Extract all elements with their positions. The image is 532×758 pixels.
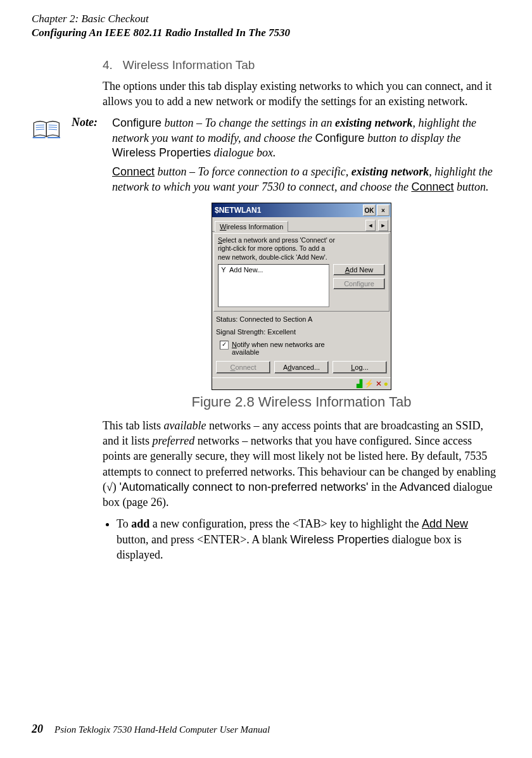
warning-icon[interactable]: ✕	[376, 379, 382, 388]
connect-button[interactable]: Connect	[216, 361, 270, 374]
instr-line: new network, double-click 'Add New'.	[218, 253, 327, 261]
window-title: $NETWLAN1	[215, 206, 261, 215]
titlebar[interactable]: $NETWLAN1 OK ×	[212, 203, 391, 217]
list-item-add-new[interactable]: Y Add New...	[220, 266, 327, 274]
header-section: Configuring An IEEE 802.11 Radio Install…	[32, 27, 500, 39]
signal-text: Signal Strength: Excellent	[216, 328, 387, 336]
network-icon[interactable]: ▟	[357, 379, 362, 388]
text: This tab lists	[103, 419, 164, 432]
status-text: Status: Connected to Section A	[216, 315, 387, 323]
paragraph-2: This tab lists available networks – any …	[103, 418, 500, 510]
text: in the	[368, 481, 400, 493]
tab-wireless-information[interactable]: Wireless Information	[215, 221, 288, 232]
note-label: Note:	[72, 116, 112, 129]
advanced-button[interactable]: Advanced...	[274, 361, 329, 374]
configure-button[interactable]: Configure	[333, 278, 385, 289]
note-text: dialogue box.	[211, 146, 276, 159]
taskbar: ▟ ⚡ ✕ ●	[212, 377, 391, 389]
dialog-window: $NETWLAN1 OK × Wireless Information ◄ ► …	[212, 203, 391, 389]
tab-scroll-right[interactable]: ►	[378, 220, 388, 231]
footer-text: Psion Teklogix 7530 Hand-Held Computer U…	[54, 724, 270, 735]
notify-checkbox[interactable]: ✓	[220, 341, 229, 350]
page-number: 20	[32, 723, 43, 736]
bulb-icon[interactable]: ●	[384, 379, 388, 388]
list-item-label: Add New...	[229, 266, 263, 274]
text: a new configuration, press the <TAB> key…	[149, 517, 422, 530]
note-bold: existing network	[352, 165, 429, 178]
note-body: Configure button – To change the setting…	[112, 116, 500, 196]
add-new-button[interactable]: Add New	[333, 264, 385, 275]
note-text: button.	[453, 180, 488, 193]
note-text: button – To change the settings in an	[162, 117, 335, 129]
term-add-new: Add New	[422, 517, 468, 530]
text: To	[117, 517, 131, 530]
term-connect: Connect	[112, 165, 155, 178]
plug-icon[interactable]: ⚡	[364, 379, 374, 388]
note-text: button – To force connection to a specif…	[155, 165, 352, 178]
figure-caption: Figure 2.8 Wireless Information Tab	[103, 394, 500, 410]
intro-paragraph: The options under this tab display exist…	[103, 79, 500, 110]
note-block: Note: Configure button – To change the s…	[32, 116, 500, 196]
antenna-icon: Y	[220, 266, 227, 274]
bold: add	[131, 517, 149, 530]
book-icon	[32, 118, 66, 142]
step-title: Wireless Information Tab	[123, 58, 255, 72]
footer: 20 Psion Teklogix 7530 Hand-Held Compute…	[32, 723, 270, 736]
note-text: button to display the	[365, 132, 461, 144]
term-wireless-properties: Wireless Properties	[112, 146, 211, 159]
close-button[interactable]: ×	[377, 205, 390, 216]
term-advanced: Advanced	[400, 481, 450, 493]
bullet-list: To add a new configuration, press the <T…	[103, 516, 500, 562]
step-number: 4.	[103, 58, 113, 72]
tab-scroll-left[interactable]: ◄	[365, 220, 376, 231]
italic: available	[164, 419, 206, 432]
instr-line: right-click for more options. To add a	[218, 244, 325, 252]
term-connect: Connect	[411, 180, 453, 193]
instruction-text: Select a network and press 'Connect' or …	[218, 236, 385, 261]
list-item: To add a new configuration, press the <T…	[117, 516, 500, 562]
note-bold: existing network	[335, 117, 413, 129]
notify-line2: available	[232, 348, 259, 356]
notify-label: Notify when new networks are available	[232, 341, 325, 356]
ok-button[interactable]: OK	[363, 205, 376, 216]
log-button[interactable]: Log...	[332, 361, 387, 374]
term-wireless-properties: Wireless Properties	[290, 533, 389, 546]
italic: preferred	[153, 434, 195, 447]
screenshot-figure: $NETWLAN1 OK × Wireless Information ◄ ► …	[103, 203, 500, 389]
term-configure: Configure	[112, 117, 162, 129]
network-listbox[interactable]: Y Add New...	[218, 264, 329, 307]
tab-bar: Wireless Information ◄ ►	[212, 217, 391, 232]
term-configure: Configure	[315, 132, 364, 144]
header-chapter: Chapter 2: Basic Checkout	[32, 13, 500, 25]
term-auto-connect: 'Automatically connect to non-preferred …	[119, 481, 368, 493]
text: button, and press <ENTER>. A blank	[117, 533, 290, 546]
step-heading: 4. Wireless Information Tab	[103, 58, 500, 72]
